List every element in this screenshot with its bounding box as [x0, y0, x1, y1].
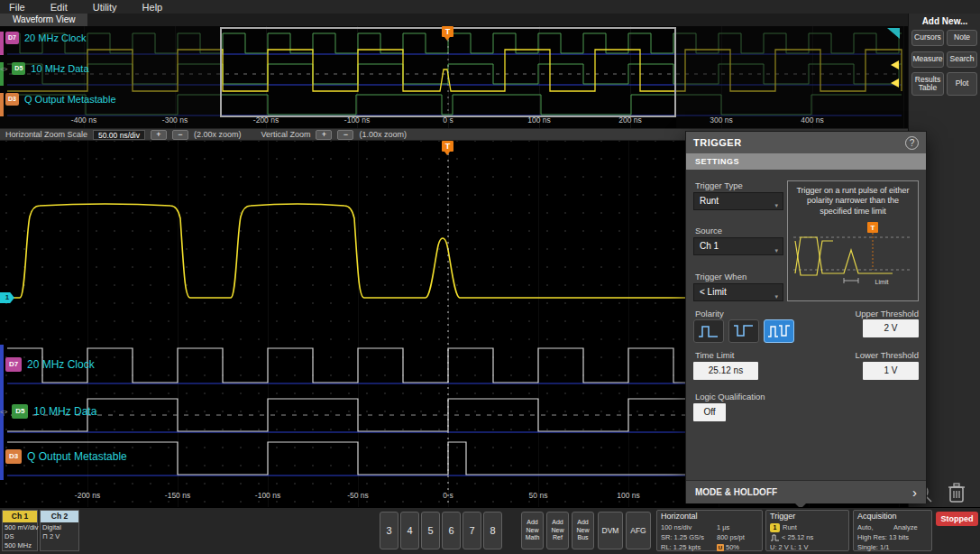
trash-icon[interactable]	[943, 479, 970, 510]
ch8-button[interactable]: 8	[483, 512, 502, 549]
source-dropdown[interactable]: Ch 1 ▾	[693, 237, 783, 255]
ch7-button[interactable]: 7	[463, 512, 481, 549]
ch4-button[interactable]: 4	[400, 512, 419, 549]
channel-drag-handle-icon[interactable]: <>	[0, 408, 6, 416]
run-stop-status-button[interactable]: Stopped	[936, 512, 978, 526]
trigger-badge[interactable]: Trigger 1Runt < 25.12 ns U: 2 V L: 1 V	[765, 510, 849, 551]
ch2-badge[interactable]: Ch 2 Digital ⊓ 2 V	[40, 510, 79, 551]
main-axis-tick: 50 ns	[529, 491, 548, 500]
svg-text:T: T	[871, 224, 875, 232]
menu-utility[interactable]: Utility	[93, 2, 117, 13]
channel-label-d7-main[interactable]: 20 MHz Clock	[27, 358, 95, 371]
search-button[interactable]: Search	[947, 51, 977, 68]
lower-threshold-input[interactable]: 1 V	[863, 362, 919, 380]
horizontal-badge[interactable]: Horizontal 100 ns/div 1 µs SR: 1.25 GS/s…	[656, 510, 763, 551]
main-axis-tick: -150 ns	[165, 491, 190, 500]
menu-edit[interactable]: Edit	[50, 2, 68, 13]
ch6-button[interactable]: 6	[442, 512, 461, 549]
hzoom-plus-button[interactable]: +	[151, 130, 167, 140]
menu-help[interactable]: Help	[142, 2, 163, 13]
runt-positive-polarity-button[interactable]	[693, 319, 724, 343]
horizontal-zoom-scale-value[interactable]: 50.00 ns/div	[93, 130, 145, 140]
afg-button[interactable]: AFG	[626, 512, 651, 549]
add-new-ref-button[interactable]: AddNewRef	[546, 512, 569, 549]
cursors-button[interactable]: Cursors	[911, 30, 944, 46]
acquisition-mode: Auto,	[857, 523, 874, 531]
upper-threshold-input[interactable]: 2 V	[863, 319, 919, 337]
channel-badge-d3[interactable]: D3	[5, 93, 19, 106]
trigger-limit: < 25.12 ns	[770, 533, 813, 541]
upper-threshold-arrow-icon[interactable]	[891, 60, 899, 69]
trigger-panel-header[interactable]: TRIGGER ?	[686, 132, 926, 153]
acquisition-badge[interactable]: Acquisition Auto, Analyze High Res: 13 b…	[853, 510, 932, 551]
add-new-title: Add New...	[909, 16, 980, 26]
chevron-down-icon: ▾	[774, 289, 778, 305]
vzoom-factor: (1.00x zoom)	[359, 130, 407, 139]
channel-badge-d3-main[interactable]: D3	[5, 449, 22, 464]
overview-axis-tick: 100 ns	[527, 115, 551, 125]
trigger-description-text: Trigger on a runt pulse of either polari…	[796, 186, 909, 216]
ch1-badge[interactable]: Ch 1 500 mV/div DS 500 MHz	[2, 510, 38, 551]
channel-label-d3[interactable]: Q Output Metastable	[24, 94, 116, 105]
runt-negative-polarity-button[interactable]	[728, 319, 759, 343]
note-button[interactable]: Note	[947, 30, 977, 46]
mode-holdoff-section[interactable]: MODE & HOLDOFF ›	[686, 480, 926, 503]
overview-waveform-strip[interactable]: T D7 20 MHz Clock <> D5 10 MHz Data D3 Q…	[0, 26, 908, 128]
acquisition-resolution: High Res: 13 bits	[857, 533, 909, 541]
measure-button[interactable]: Measure	[911, 51, 944, 68]
menu-file[interactable]: File	[9, 2, 25, 13]
d3-color-strip	[0, 93, 4, 116]
channel-badge-d5-main[interactable]: D5	[12, 404, 28, 419]
logic-qualification-toggle[interactable]: Off	[693, 403, 726, 421]
channel-drag-handle-icon[interactable]: <>	[0, 65, 6, 73]
results-table-button[interactable]: Results Table	[911, 72, 944, 96]
channel-badge-d7[interactable]: D7	[5, 32, 19, 44]
tab-waveform-view[interactable]: Waveform View	[0, 14, 87, 26]
ch1-scale: 500 mV/div	[3, 523, 37, 531]
ch2-threshold: 2 V	[50, 532, 60, 540]
add-new-bus-button[interactable]: AddNewBus	[572, 512, 594, 549]
ch3-button[interactable]: 3	[380, 512, 398, 549]
zoom-selection-box[interactable]	[220, 27, 676, 117]
help-icon[interactable]: ?	[905, 136, 919, 150]
plot-button[interactable]: Plot	[947, 72, 977, 96]
channel-label-d7[interactable]: 20 MHz Clock	[24, 32, 86, 43]
ch1-badge-title: Ch 1	[3, 511, 37, 522]
vzoom-plus-button[interactable]: +	[316, 130, 332, 140]
mode-holdoff-label: MODE & HOLDOFF	[695, 487, 777, 497]
lower-threshold-arrow-icon[interactable]	[891, 78, 899, 88]
time-limit-input[interactable]: 25.12 ns	[693, 362, 758, 380]
main-axis-tick: -50 ns	[347, 491, 369, 500]
dvm-button[interactable]: DVM	[598, 512, 623, 549]
channel-label-d5[interactable]: 10 MHz Data	[31, 63, 88, 74]
trigger-position-marker-overview[interactable]: T	[442, 26, 453, 37]
trigger-position-marker-main[interactable]: T	[442, 141, 453, 152]
svg-text:Limit: Limit	[875, 279, 889, 285]
trigger-source-type: 1Runt	[770, 523, 797, 532]
ch5-button[interactable]: 5	[421, 512, 440, 549]
trigger-when-value: < Limit	[700, 287, 727, 297]
vzoom-minus-button[interactable]: −	[337, 130, 353, 140]
digital-threshold-icon: ⊓	[42, 532, 48, 540]
trigger-levels: U: 2 V L: 1 V	[770, 543, 809, 551]
channel-label-d5-main[interactable]: 10 MHz Data	[33, 405, 96, 418]
overview-axis-tick: -400 ns	[71, 115, 96, 125]
channel-badge-d7-main[interactable]: D7	[5, 357, 22, 372]
hzoom-minus-button[interactable]: −	[172, 130, 188, 140]
oscilloscope-app: File Edit Utility Help Waveform View T D…	[0, 0, 980, 554]
trigger-type-dropdown[interactable]: Runt ▾	[693, 192, 783, 210]
runt-either-polarity-button[interactable]	[764, 319, 794, 343]
acquisition-analyze: Analyze	[893, 523, 918, 531]
horizontal-window: 1 µs	[717, 523, 729, 531]
channel-label-d3-main[interactable]: Q Output Metastable	[27, 450, 127, 463]
add-new-math-button[interactable]: AddNewMath	[521, 512, 544, 549]
trigger-when-dropdown[interactable]: < Limit ▾	[693, 283, 783, 301]
overview-axis-tick: 300 ns	[710, 115, 733, 125]
main-axis-tick: -200 ns	[75, 491, 100, 500]
polarity-label: Polarity	[695, 309, 724, 319]
d7-color-strip	[0, 32, 4, 55]
acquisition-count: Single: 1/1	[857, 543, 889, 551]
channel-badge-d5[interactable]: D5	[12, 62, 25, 75]
chevron-right-icon: ›	[912, 481, 917, 504]
overview-dim-right	[676, 26, 908, 128]
